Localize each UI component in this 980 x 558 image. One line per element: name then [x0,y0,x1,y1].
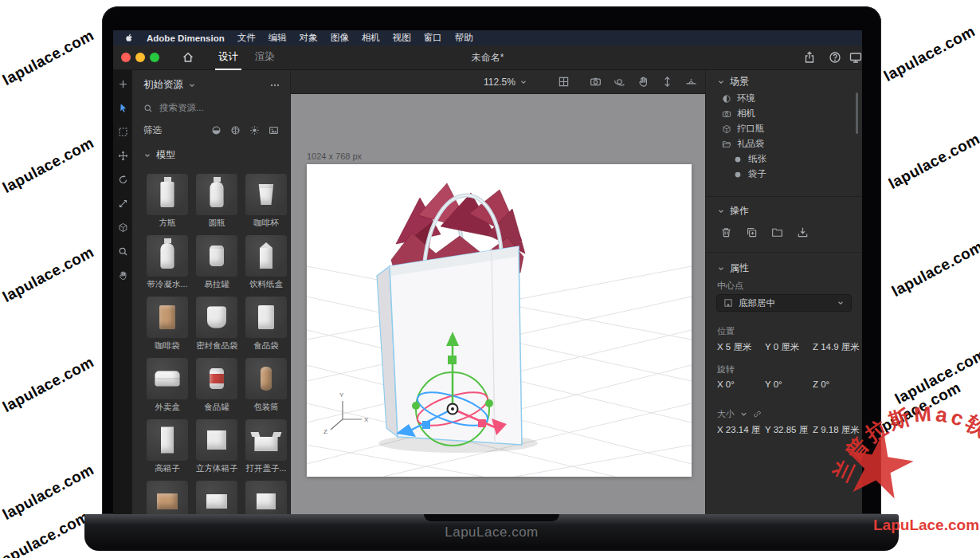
menu-item-image[interactable]: 图像 [331,32,349,44]
scale-tool-icon[interactable] [118,198,128,209]
rotation-y-field[interactable]: Y 0° [765,379,813,389]
menu-item-window[interactable]: 窗口 [424,32,442,44]
delete-icon[interactable] [720,226,732,238]
filter-images-icon[interactable] [269,125,279,136]
scene-tree: 环境 相机 拧口瓶 礼品袋 纸张 袋子 [706,91,862,182]
model-tile[interactable] [147,481,188,514]
select-tool-icon[interactable] [118,103,128,113]
panel-menu-icon[interactable] [269,80,280,91]
model-tile[interactable]: 立方体箱子 [196,419,237,474]
scene-item-bottle[interactable]: 拧口瓶 [706,121,862,136]
chevron-down-icon [519,78,527,86]
share-icon[interactable] [803,51,816,64]
properties-section-header[interactable]: 属性 [717,261,749,275]
menu-item-object[interactable]: 对象 [300,32,318,44]
pan-camera-icon[interactable] [637,76,649,88]
size-y-field[interactable]: Y 32.85 厘 [765,424,813,436]
model-label: 立方体箱子 [196,463,237,474]
position-x-field[interactable]: X 5 厘米 [717,341,765,353]
model-label: 咖啡杯 [245,218,287,228]
filter-materials-icon[interactable] [211,125,221,136]
chevron-down-icon[interactable] [739,410,748,418]
artboard[interactable]: Y X Z [307,164,692,477]
model-tile[interactable]: 圆瓶 [196,174,237,228]
scene-section-header[interactable]: 场景 [717,75,749,88]
scene-item-bag[interactable]: 袋子 [706,167,862,182]
model-tile[interactable]: 食品罐 [196,358,237,412]
scene-item-environment[interactable]: 环境 [706,91,862,106]
scene-scrollbar[interactable] [856,92,858,134]
model-tile[interactable]: 易拉罐 [196,235,237,289]
watermark-text: lapulace.com [0,353,97,416]
group-folder-icon[interactable] [771,226,783,238]
model-label: 食品袋 [245,340,287,351]
tool-rail [113,70,132,514]
model-tile[interactable]: 饮料纸盒 [245,235,287,289]
scene-item-camera[interactable]: 相机 [706,106,862,121]
scene-item-gift-bag-group[interactable]: 礼品袋 [706,136,862,151]
model-tile[interactable]: 打开盖子... [245,419,287,474]
menu-item-edit[interactable]: 编辑 [269,32,287,44]
model-label: 打开盖子... [245,463,287,474]
hand-tool-icon[interactable] [118,270,128,281]
model-tile[interactable] [245,481,287,514]
link-dimensions-icon[interactable] [753,410,762,418]
zoom-control[interactable]: 112.5% [484,70,527,93]
object-tool-icon[interactable] [118,222,128,233]
actions-section-header[interactable]: 操作 [717,204,749,218]
model-grid: 方瓶 圆瓶 咖啡杯 带冷凝水... 易拉罐 饮料纸盒 咖啡袋 密封食品袋 食品袋… [147,174,287,514]
filter-models-icon[interactable] [230,125,241,136]
orbit-camera-icon[interactable] [613,76,625,88]
move-tool-icon[interactable] [118,151,128,161]
model-tile[interactable]: 密封食品袋 [196,297,237,351]
model-tile[interactable]: 外卖盒 [147,358,188,412]
size-x-field[interactable]: X 23.14 厘 [717,424,765,436]
model-tile[interactable]: 高箱子 [147,419,188,474]
help-icon[interactable] [829,51,841,64]
model-tile[interactable]: 方瓶 [147,174,188,228]
model-thumbnail [196,174,237,215]
model-thumbnail [147,419,188,461]
model-tile[interactable] [196,481,237,514]
dolly-camera-icon[interactable] [661,76,673,88]
zoom-tool-icon[interactable] [118,246,128,257]
model-label: 饮料纸盒 [245,279,287,289]
horizon-camera-icon[interactable] [685,76,697,88]
add-tool-icon[interactable] [118,79,128,89]
model-tile[interactable]: 咖啡袋 [147,297,188,351]
position-y-field[interactable]: Y 0 厘米 [765,341,813,353]
export-icon[interactable] [797,226,809,238]
canvas-viewport[interactable]: 1024 x 768 px [291,94,705,514]
view-grid-icon[interactable] [558,76,570,88]
model-tile[interactable]: 带冷凝水... [147,235,188,289]
search-input[interactable]: 搜索资源... [143,102,279,114]
rotation-x-field[interactable]: X 0° [717,379,765,389]
assets-panel: 初始资源 搜索资源... 筛选 模型 方瓶 圆瓶 咖啡杯 带冷凝水... [132,70,291,514]
scene-item-paper[interactable]: 纸张 [706,151,862,167]
menu-item-view[interactable]: 视图 [393,32,411,44]
chevron-down-icon[interactable] [188,81,196,89]
camera-bookmark-icon[interactable] [590,76,602,88]
menu-item-camera[interactable]: 相机 [362,32,380,44]
model-label: 咖啡袋 [147,340,188,351]
model-tile[interactable]: 包装筒 [245,358,287,412]
filter-lights-icon[interactable] [249,125,260,136]
marquee-tool-icon[interactable] [118,127,128,137]
cube-icon [722,124,731,134]
pivot-dropdown[interactable]: 底部居中 [716,294,852,312]
apple-logo-icon[interactable] [124,33,134,43]
model-tile[interactable]: 咖啡杯 [245,174,287,228]
rotate-tool-icon[interactable] [118,175,128,185]
model-tile[interactable]: 食品袋 [245,297,287,351]
display-icon[interactable] [849,51,862,64]
duplicate-icon[interactable] [746,226,758,238]
artboard-3d-view[interactable]: Y X Z [307,164,692,477]
watermark-text: lapulace.com [886,130,980,193]
chevron-down-icon[interactable] [143,151,151,159]
menu-item-file[interactable]: 文件 [237,32,256,44]
watermark-text: lapulace.com [889,238,980,301]
menu-item-help[interactable]: 帮助 [455,32,473,44]
assets-panel-title[interactable]: 初始资源 [143,78,183,92]
menu-app-name[interactable]: Adobe Dimension [147,33,225,43]
position-z-field[interactable]: Z 14.9 厘米 [813,341,860,353]
